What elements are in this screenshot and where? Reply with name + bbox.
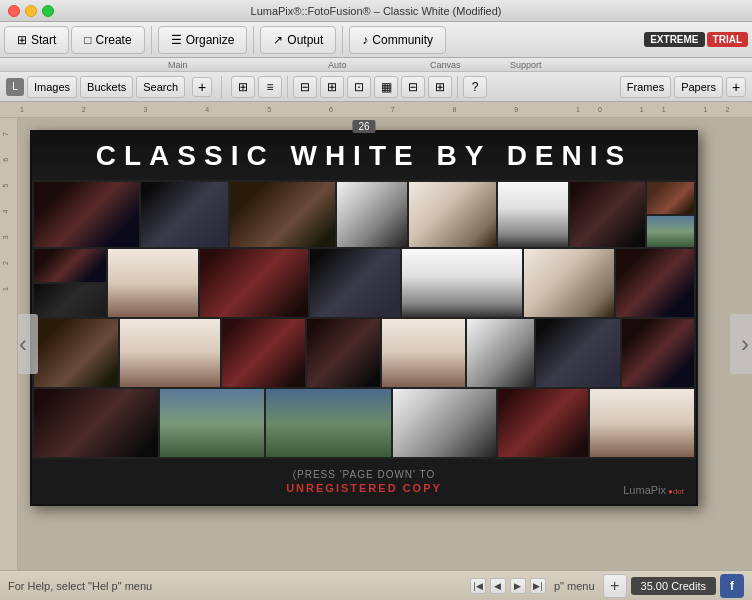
title-bar: LumaPix®::FotoFusion® – Classic White (M… (0, 0, 752, 22)
next-page-small-button[interactable]: ▶ (510, 578, 526, 594)
photo-cell (160, 389, 264, 457)
maximize-button[interactable] (42, 5, 54, 17)
page-navigation[interactable]: |◀ ◀ ▶ ▶| (470, 578, 546, 594)
output-button[interactable]: ↗ Output (260, 26, 336, 54)
album-display: 26 CLASSIC WHITE BY DENIS (30, 130, 698, 506)
canvas-area: ‹ 26 CLASSIC WHITE BY DENIS (18, 118, 752, 570)
layout-icon-btn-1[interactable]: ⊟ (293, 76, 317, 98)
organize-button[interactable]: ☰ Organize (158, 26, 248, 54)
photo-cell (467, 319, 534, 387)
layout-icon-btn-6[interactable]: ⊞ (428, 76, 452, 98)
output-icon: ↗ (273, 33, 283, 47)
photo-stack-2 (34, 249, 106, 317)
list-icon-btn[interactable]: ≡ (258, 76, 282, 98)
layout-icon-btn-5[interactable]: ⊟ (401, 76, 425, 98)
credits-display: 35.00 Credits (631, 577, 716, 595)
main-toolbar: ⊞ Start □ Create ☰ Organize ↗ Output ♪ C… (0, 22, 752, 58)
photo-cell (498, 182, 568, 247)
photo-cell (34, 182, 139, 247)
sep-toolbar2 (287, 76, 288, 98)
last-page-button[interactable]: ▶| (530, 578, 546, 594)
photo-cell (34, 319, 118, 387)
photo-cell (310, 249, 400, 317)
community-icon: ♪ (362, 33, 368, 47)
photo-cell (409, 182, 496, 247)
window-controls[interactable] (8, 5, 54, 17)
images-button[interactable]: Images (27, 76, 77, 98)
photo-cell (307, 319, 379, 387)
grid-icon-btn[interactable]: ⊞ (231, 76, 255, 98)
album-bottom: (PRESS 'PAGE DOWN' TO UNREGISTERED COPY … (32, 459, 696, 504)
photo-cell (402, 249, 522, 317)
next-page-button[interactable]: › (730, 314, 752, 374)
minimize-button[interactable] (25, 5, 37, 17)
unregistered-text: UNREGISTERED COPY (42, 482, 686, 494)
separator-2 (253, 26, 254, 54)
photo-cell (590, 389, 694, 457)
help-text: For Help, select "Hel p" menu (8, 580, 152, 592)
start-button[interactable]: ⊞ Start (4, 26, 69, 54)
press-text: (PRESS 'PAGE DOWN' TO (42, 469, 686, 480)
prev-page-small-button[interactable]: ◀ (490, 578, 506, 594)
window-title: LumaPix®::FotoFusion® – Classic White (M… (251, 5, 502, 17)
photo-cell (120, 319, 220, 387)
layout-icon-btn-2[interactable]: ⊞ (320, 76, 344, 98)
photo-cell (34, 389, 158, 457)
trial-badge: TRIAL (707, 32, 748, 47)
ruler-top: 1 2 3 4 5 6 7 8 9 10 11 12 13 14 (0, 102, 752, 118)
community-button[interactable]: ♪ Community (349, 26, 446, 54)
photo-cell (536, 319, 620, 387)
photo-cell (382, 319, 466, 387)
separator-3 (342, 26, 343, 54)
sep-toolbar (221, 76, 222, 98)
photo-cell (622, 319, 694, 387)
status-bar: For Help, select "Hel p" menu |◀ ◀ ▶ ▶| … (0, 570, 752, 600)
auto-section-label: Auto (328, 60, 347, 70)
start-icon: ⊞ (17, 33, 27, 47)
page-menu[interactable]: p" menu (554, 580, 595, 592)
photo-cell (498, 389, 588, 457)
frames-button[interactable]: Frames (620, 76, 671, 98)
buckets-button[interactable]: Buckets (80, 76, 133, 98)
photo-cell (230, 182, 335, 247)
separator-1 (151, 26, 152, 54)
create-icon: □ (84, 33, 91, 47)
add-status-button[interactable]: + (603, 574, 627, 598)
papers-button[interactable]: Papers (674, 76, 723, 98)
photo-cell (108, 249, 198, 317)
prev-page-button[interactable]: ‹ (18, 314, 38, 374)
page-number-badge: 26 (352, 120, 375, 133)
lumapix-logo: LumaPix●dot (623, 484, 684, 496)
photo-stack (647, 182, 694, 247)
add-frames-button[interactable]: + (726, 77, 746, 97)
organize-icon: ☰ (171, 33, 182, 47)
photo-cell (222, 319, 306, 387)
close-button[interactable] (8, 5, 20, 17)
layout-icon-btn-4[interactable]: ▦ (374, 76, 398, 98)
layout-icon-btn-3[interactable]: ⊡ (347, 76, 371, 98)
help-icon-btn[interactable]: ? (463, 76, 487, 98)
app-icon: L (6, 78, 24, 96)
facebook-button[interactable]: f (720, 574, 744, 598)
create-button[interactable]: □ Create (71, 26, 144, 54)
photo-cell (200, 249, 308, 317)
photo-cell (616, 249, 694, 317)
photo-cell (570, 182, 646, 247)
photo-cell (393, 389, 497, 457)
add-images-button[interactable]: + (192, 77, 212, 97)
ruler-left: 1 2 3 4 5 6 7 (0, 118, 18, 570)
photo-cell (266, 389, 390, 457)
photo-cell (337, 182, 407, 247)
main-section-label: Main (168, 60, 188, 70)
extreme-badge: EXTREME (644, 32, 704, 47)
photo-cell (141, 182, 228, 247)
search-button[interactable]: Search (136, 76, 185, 98)
canvas-section-label: Canvas (430, 60, 461, 70)
support-section-label: Support (510, 60, 542, 70)
first-page-button[interactable]: |◀ (470, 578, 486, 594)
sep-toolbar3 (457, 76, 458, 98)
album-title: CLASSIC WHITE BY DENIS (32, 132, 696, 180)
photo-cell (524, 249, 614, 317)
